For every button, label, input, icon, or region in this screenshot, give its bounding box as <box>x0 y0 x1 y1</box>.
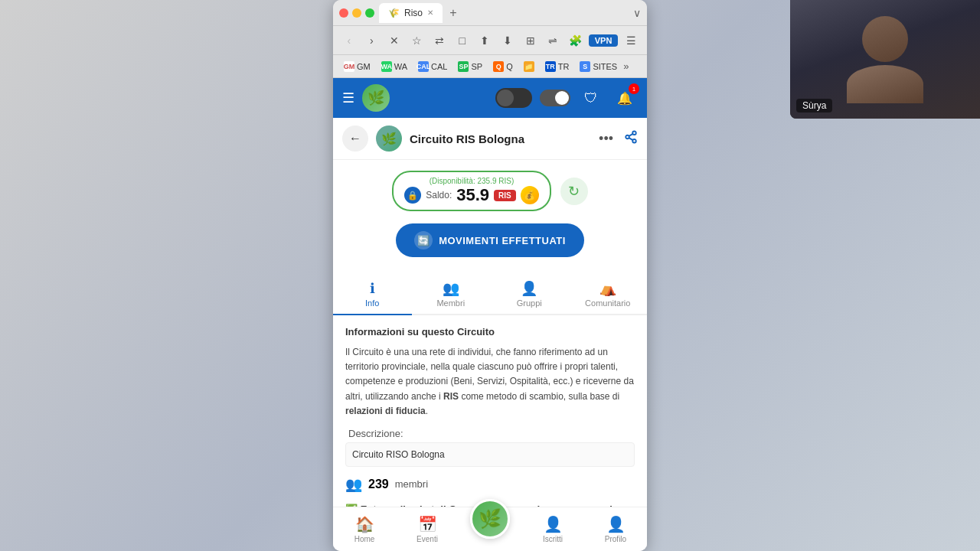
balance-card: (Disponibilità: 235.9 RIS) 🔒 Saldo: 35.9… <box>392 171 551 211</box>
bookmark-cal-label: CAL <box>431 62 447 71</box>
traffic-lights <box>339 8 374 18</box>
movimenti-label: MOVIMENTI EFFETTUATI <box>439 235 566 246</box>
home-nav-label: Home <box>354 535 375 543</box>
comunitario-tab-icon: ⛺ <box>599 280 616 297</box>
circuit-logo: 🌿 <box>376 126 402 152</box>
whatsapp-icon: WA <box>381 61 392 72</box>
bottom-nav-profilo[interactable]: 👤 Profilo <box>584 515 647 543</box>
video-person-head <box>862 16 908 62</box>
tab-membri[interactable]: 👥 Membri <box>412 274 491 315</box>
tab-comunitario[interactable]: ⛺ Comunitario <box>569 274 648 315</box>
ris-badge: RIS <box>494 190 516 201</box>
eventi-nav-icon: 📅 <box>418 515 437 533</box>
extension-button[interactable]: 🧩 <box>566 31 586 51</box>
bookmark-sp-label: SP <box>471 62 482 71</box>
back-nav-button[interactable]: ‹ <box>339 31 359 51</box>
bookmark-q[interactable]: Q Q <box>488 59 518 74</box>
bookmark-star-button[interactable]: ☆ <box>407 31 427 51</box>
tab-favicon: 🌾 <box>388 8 400 18</box>
share-button[interactable] <box>624 130 638 148</box>
active-tab[interactable]: 🌾 Riso ✕ <box>379 3 443 23</box>
members-row: 👥 239 membri <box>345 476 635 493</box>
iscritti-nav-label: Iscritti <box>543 535 563 543</box>
eventi-nav-label: Eventi <box>416 535 438 543</box>
app-content: ☰ 🌿 🛡 🔔 1 ← 🌿 Circuito RIS Bologna ••• <box>333 78 647 551</box>
screenshot-button[interactable]: □ <box>452 31 472 51</box>
info-section-title: Informazioni su questo Circuito <box>345 326 635 337</box>
bookmark-spotify[interactable]: SP SP <box>453 59 487 74</box>
close-button[interactable] <box>339 8 348 18</box>
bookmark-wa-label: WA <box>394 62 407 71</box>
window-dropdown[interactable]: ∨ <box>633 7 641 19</box>
stop-button[interactable]: ✕ <box>384 31 404 51</box>
center-nav-circle: 🌿 <box>470 499 510 539</box>
q-icon: Q <box>493 61 504 72</box>
refresh-balance-button[interactable]: ↻ <box>560 178 588 205</box>
reader-view-button[interactable]: ⇄ <box>430 31 449 51</box>
members-count: 239 <box>368 478 389 491</box>
descrizione-label: Descrizione: <box>345 428 635 439</box>
svg-line-4 <box>629 133 632 135</box>
tr-icon: TR <box>545 61 556 72</box>
browser-window: 🌾 Riso ✕ + ∨ ‹ › ✕ ☆ ⇄ □ ⬆ ⬇ ⊞ ⇌ 🧩 VPN ☰… <box>333 0 647 551</box>
descrizione-value: Circuito RISO Bologna <box>345 442 635 467</box>
gruppi-tab-icon: 👤 <box>521 280 537 297</box>
video-name-badge: Sùrya <box>796 99 832 112</box>
notification-badge: 1 <box>629 83 639 94</box>
bottom-nav: 🏠 Home 📅 Eventi 🌿 👤 Iscritti 👤 Profilo <box>333 507 647 551</box>
balance-available: (Disponibilità: 235.9 RIS) <box>430 177 514 185</box>
gruppi-tab-label: Gruppi <box>517 298 542 308</box>
balance-label: Saldo: <box>426 190 452 201</box>
bookmark-whatsapp[interactable]: WA WA <box>377 59 412 74</box>
app-logo: 🌿 <box>362 84 390 112</box>
movimenti-button[interactable]: 🔄 MOVIMENTI EFFETTUATI <box>396 223 584 257</box>
shield-icon-button[interactable]: 🛡 <box>578 85 604 111</box>
back-button[interactable]: ← <box>342 126 368 152</box>
tab-info[interactable]: ℹ Info <box>333 274 412 315</box>
bottom-nav-eventi[interactable]: 📅 Eventi <box>396 515 459 543</box>
edit-mode-knob <box>555 91 569 105</box>
download-button[interactable]: ⬇ <box>498 31 518 51</box>
bookmark-tr[interactable]: TR TR <box>541 59 574 74</box>
notification-bell-button[interactable]: 🔔 1 <box>612 85 638 111</box>
calendar-icon: CAL <box>418 61 429 72</box>
sites-icon: S <box>580 61 590 72</box>
bookmark-q-label: Q <box>506 62 513 71</box>
menu-button[interactable]: ☰ <box>621 31 641 51</box>
dark-mode-toggle[interactable] <box>495 88 532 108</box>
tab-gruppi[interactable]: 👤 Gruppi <box>490 274 569 315</box>
circuit-name: Circuito RIS Bologna <box>410 132 591 145</box>
maximize-button[interactable] <box>365 8 374 18</box>
comunitario-tab-label: Comunitario <box>585 298 630 308</box>
membri-tab-icon: 👥 <box>443 280 459 297</box>
bookmarks-more-button[interactable]: » <box>623 60 629 72</box>
hamburger-menu-button[interactable]: ☰ <box>342 90 354 106</box>
more-options-button[interactable]: ••• <box>599 131 613 147</box>
tab-area: 🌾 Riso ✕ + <box>379 3 629 23</box>
share-toolbar-button[interactable]: ⬆ <box>475 31 495 51</box>
bookmarks-bar: GM GM WA WA CAL CAL SP SP Q Q 📁 TR TR S … <box>333 55 647 78</box>
bottom-nav-home[interactable]: 🏠 Home <box>333 515 396 543</box>
bookmark-gmail[interactable]: GM GM <box>339 59 375 74</box>
minimize-button[interactable] <box>352 8 361 18</box>
forward-nav-button[interactable]: › <box>362 31 382 51</box>
sidebar-toggle[interactable]: ⊞ <box>521 31 541 51</box>
members-label: membri <box>395 478 428 490</box>
bookmark-sites[interactable]: S SITES <box>575 59 622 74</box>
bottom-nav-center[interactable]: 🌿 <box>459 499 521 539</box>
home-nav-icon: 🏠 <box>355 515 374 533</box>
video-call-overlay: Sùrya <box>790 0 980 119</box>
bookmark-calendar[interactable]: CAL CAL <box>413 59 452 74</box>
new-tab-button[interactable]: + <box>446 5 461 21</box>
edit-mode-toggle[interactable] <box>540 90 570 106</box>
bottom-nav-iscritti[interactable]: 👤 Iscritti <box>521 515 584 543</box>
video-person-body <box>847 65 923 103</box>
bookmark-folder[interactable]: 📁 <box>519 59 539 74</box>
balance-widget: (Disponibilità: 235.9 RIS) 🔒 Saldo: 35.9… <box>333 160 647 217</box>
sync-button[interactable]: ⇌ <box>543 31 563 51</box>
vpn-button[interactable]: VPN <box>589 34 619 47</box>
tab-close-button[interactable]: ✕ <box>427 8 433 17</box>
iscritti-nav-icon: 👤 <box>544 515 563 533</box>
info-content: Informazioni su questo Circuito Il Circu… <box>333 315 647 507</box>
video-bg: Sùrya <box>790 0 980 119</box>
